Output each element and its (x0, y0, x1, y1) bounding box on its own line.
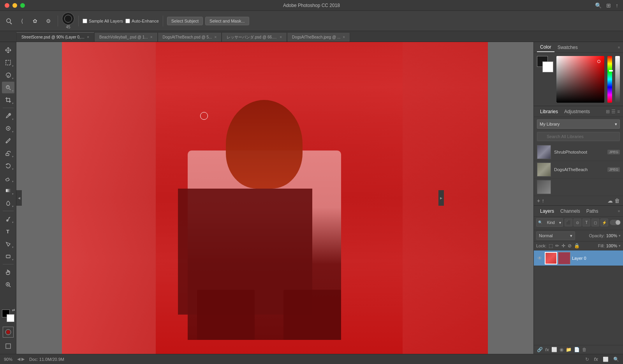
marquee-tool[interactable]: ▾ (2, 57, 14, 68)
delete-item-button[interactable]: 🗑 (614, 198, 620, 204)
close-button[interactable] (5, 3, 9, 8)
tab-close-5[interactable]: × (343, 35, 345, 39)
search-libraries-input[interactable] (537, 132, 620, 141)
healing-brush-tool[interactable]: ▾ (2, 122, 14, 134)
move-tool[interactable] (2, 44, 14, 56)
lock-position-icon[interactable]: ✛ (561, 243, 565, 248)
quick-selection-tool-left[interactable]: ▾ (2, 82, 14, 93)
filter-shape-icon[interactable]: ◻ (591, 219, 599, 226)
background-color[interactable] (7, 314, 14, 322)
filter-smart-icon[interactable]: ⚡ (600, 219, 608, 226)
tab-lesserpanda[interactable]: レッサーパンダ.psd @ 66.7... × (222, 32, 287, 42)
quick-selection-tool[interactable] (3, 16, 14, 26)
tab-swatches[interactable]: Swatches (554, 43, 581, 52)
layer-add-icon[interactable]: 📄 (574, 347, 580, 352)
arrange-icon[interactable]: ⊞ (606, 2, 611, 9)
canvas-rotate-icon[interactable]: ↻ (585, 357, 589, 362)
lock-paint-icon[interactable]: ✏ (555, 243, 559, 248)
layer-item-layer0[interactable]: 👁 Layer 0 (534, 250, 623, 266)
lock-all-icon[interactable]: 🔒 (574, 243, 580, 248)
brush-preview[interactable] (62, 12, 74, 25)
tool-option3[interactable]: ⚙ (43, 16, 54, 26)
auto-enhance-checkbox[interactable] (125, 19, 130, 23)
filter-toggle[interactable] (610, 220, 621, 225)
lasso-tool[interactable]: ▾ (2, 69, 14, 81)
layer-delete-icon[interactable]: 🗑 (582, 347, 587, 352)
cloud-sync-icon[interactable]: ☁ (607, 198, 613, 204)
libraries-panel-options[interactable]: ≡ (617, 109, 620, 114)
mask-icon-status[interactable]: ⬜ (603, 357, 609, 362)
library-item-shrubphotoshoot[interactable]: ShrubPhotoshoot JPEG (534, 144, 623, 161)
alpha-bar[interactable] (615, 56, 620, 103)
collapse-right-btn[interactable]: ▶ (438, 190, 444, 206)
library-item-dogsatthebeach[interactable]: DogsAtTheBeach JPEG (534, 161, 623, 178)
fill-expand-icon[interactable]: ▾ (619, 244, 621, 248)
brush-tool[interactable] (2, 135, 14, 147)
layer-adjustment-icon[interactable]: ◉ (560, 347, 563, 352)
tab-layers[interactable]: Layers (537, 207, 557, 215)
filter-type-icon[interactable]: T (583, 219, 590, 226)
layer-visibility-icon[interactable]: 👁 (536, 255, 543, 262)
tab-color[interactable]: Color (537, 43, 554, 52)
hue-slider[interactable] (607, 56, 612, 103)
minimize-button[interactable] (12, 3, 17, 8)
sample-all-layers-checkbox[interactable] (83, 19, 87, 23)
library-item-3[interactable] (534, 178, 623, 196)
layer-fx-icon[interactable]: fx (545, 347, 549, 352)
fx-icon[interactable]: fx (594, 357, 598, 362)
gradient-tool[interactable]: ▾ (2, 185, 14, 196)
filter-adjustment-icon[interactable]: ⊙ (574, 219, 581, 226)
grid-view-icon[interactable]: ⊞ (606, 109, 610, 114)
upload-button[interactable]: ↑ (542, 198, 544, 204)
search-icon[interactable]: 🔍 (595, 2, 602, 9)
opacity-expand-icon[interactable]: ▾ (619, 234, 621, 238)
lock-transparent-icon[interactable]: ⬚ (549, 243, 553, 248)
filter-kind-dropdown[interactable]: 🔍 Kind ▾ (536, 218, 563, 227)
path-selection-tool[interactable]: ▾ (2, 238, 14, 250)
alpha-slider[interactable] (615, 56, 620, 103)
blur-tool[interactable]: ▾ (2, 197, 14, 209)
select-and-mask-button[interactable]: Select and Mask... (205, 17, 249, 25)
tab-channels[interactable]: Channels (557, 207, 583, 215)
tab-beachvolleyball[interactable]: BeachVolleyball_.psd @ 1... × (94, 32, 158, 42)
tool-option1[interactable]: ⟨ (16, 16, 27, 26)
collapse-left-btn[interactable]: ◀ (16, 190, 22, 206)
select-subject-button[interactable]: Select Subject (167, 17, 203, 25)
eyedropper-tool[interactable]: ▾ (2, 110, 14, 122)
tab-close-4[interactable]: × (280, 35, 282, 39)
color-panel-options[interactable]: ≡ (618, 46, 620, 49)
share-icon[interactable]: ↑ (616, 2, 618, 9)
layer-folder-icon[interactable]: 📁 (566, 347, 572, 352)
screen-mode-button[interactable] (3, 341, 14, 352)
tab-streetscene[interactable]: StreetScene.psd @ 90% (Layer 0, Quick Ma… (16, 32, 94, 42)
tool-option2[interactable]: ✿ (30, 16, 40, 26)
blend-mode-dropdown[interactable]: Normal ▾ (536, 231, 575, 240)
maximize-button[interactable] (20, 3, 25, 8)
tab-adjustments[interactable]: Adjustments (561, 107, 593, 116)
history-brush-tool[interactable]: ▾ (2, 160, 14, 172)
status-navigate-arrows[interactable]: ◀ ▶ (17, 357, 25, 362)
quick-mask-button[interactable] (3, 327, 14, 338)
hue-bar[interactable] (607, 56, 612, 103)
shape-tool[interactable]: ▾ (2, 250, 14, 262)
zoom-out-status-icon[interactable]: 🔍 (613, 357, 619, 362)
pen-tool[interactable]: ▾ (2, 213, 14, 225)
tab-close-1[interactable]: × (87, 35, 89, 39)
my-library-dropdown[interactable]: My Library ▾ (537, 119, 620, 129)
layer-mask-icon[interactable]: ⬜ (551, 347, 557, 352)
zoom-tool[interactable] (2, 279, 14, 290)
tab-close-3[interactable]: × (214, 35, 216, 39)
filter-pixel-icon[interactable]: ⬛ (565, 219, 572, 226)
swap-colors-icon[interactable]: ⇄ (12, 308, 15, 312)
lock-artboard-icon[interactable]: ⊘ (568, 243, 572, 248)
crop-tool[interactable]: ▾ (2, 94, 14, 106)
bg-color-box[interactable] (542, 61, 553, 72)
tab-close-2[interactable]: × (150, 35, 153, 39)
layers-panel-options[interactable]: ≡ (618, 209, 620, 213)
clone-stamp-tool[interactable]: ▾ (2, 147, 14, 159)
color-gradient-picker[interactable] (556, 56, 604, 103)
hand-tool[interactable] (2, 266, 14, 278)
layer-link-icon[interactable]: 🔗 (537, 347, 543, 352)
tab-dogsatthebeach2[interactable]: DogsAtTheBeach.jpeg @ ... × (287, 32, 350, 42)
type-tool[interactable]: T (2, 226, 14, 237)
